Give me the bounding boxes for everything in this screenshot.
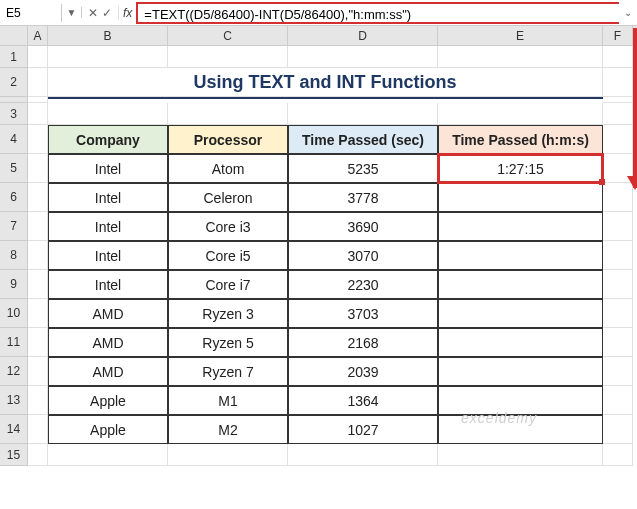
- name-box[interactable]: E5: [0, 4, 62, 22]
- cell-time-sec[interactable]: 3690: [288, 212, 438, 241]
- select-all-corner[interactable]: [0, 26, 28, 45]
- formula-input[interactable]: =TEXT((D5/86400)-INT(D5/86400),"h:mm:ss"…: [136, 2, 619, 24]
- cell-processor[interactable]: Core i3: [168, 212, 288, 241]
- cell[interactable]: [48, 103, 168, 125]
- cell[interactable]: [28, 270, 48, 299]
- cell[interactable]: [603, 415, 633, 444]
- cell-time-sec[interactable]: 5235: [288, 154, 438, 183]
- cell[interactable]: [603, 46, 633, 68]
- cell[interactable]: [28, 415, 48, 444]
- cell[interactable]: [288, 103, 438, 125]
- cell[interactable]: [168, 46, 288, 68]
- cell-company[interactable]: Intel: [48, 270, 168, 299]
- row-header[interactable]: 13: [0, 386, 28, 415]
- cell-time-hms[interactable]: [438, 386, 603, 415]
- cell[interactable]: [28, 125, 48, 154]
- cell-time-hms[interactable]: [438, 328, 603, 357]
- row-header[interactable]: 5: [0, 154, 28, 183]
- header-time-hms[interactable]: Time Passed (h:m:s): [438, 125, 603, 154]
- cell-time-sec[interactable]: 3070: [288, 241, 438, 270]
- cell-processor[interactable]: M1: [168, 386, 288, 415]
- header-processor[interactable]: Processor: [168, 125, 288, 154]
- row-header[interactable]: 3: [0, 103, 28, 125]
- row-header[interactable]: 9: [0, 270, 28, 299]
- cell[interactable]: [603, 125, 633, 154]
- cell-time-sec[interactable]: 1027: [288, 415, 438, 444]
- cell[interactable]: [28, 154, 48, 183]
- cell-processor[interactable]: Core i7: [168, 270, 288, 299]
- cell[interactable]: [28, 212, 48, 241]
- cell[interactable]: [603, 68, 633, 97]
- cell-time-sec[interactable]: 3778: [288, 183, 438, 212]
- cell-company[interactable]: Intel: [48, 183, 168, 212]
- row-header[interactable]: 7: [0, 212, 28, 241]
- cell[interactable]: [603, 212, 633, 241]
- cell-time-hms[interactable]: [438, 183, 603, 212]
- cell-processor[interactable]: Core i5: [168, 241, 288, 270]
- row-header[interactable]: 12: [0, 357, 28, 386]
- cell-processor[interactable]: Ryzen 7: [168, 357, 288, 386]
- cell-company[interactable]: AMD: [48, 357, 168, 386]
- header-company[interactable]: Company: [48, 125, 168, 154]
- cell[interactable]: [603, 357, 633, 386]
- cell-processor[interactable]: Celeron: [168, 183, 288, 212]
- cancel-icon[interactable]: ✕: [88, 6, 98, 20]
- cell[interactable]: [438, 46, 603, 68]
- cell-time-hms[interactable]: [438, 357, 603, 386]
- enter-icon[interactable]: ✓: [102, 6, 112, 20]
- cell-time-hms[interactable]: [438, 415, 603, 444]
- cell[interactable]: [28, 103, 48, 125]
- cell[interactable]: [603, 103, 633, 125]
- cell-time-sec[interactable]: 2168: [288, 328, 438, 357]
- row-header[interactable]: 6: [0, 183, 28, 212]
- cell-processor[interactable]: Ryzen 5: [168, 328, 288, 357]
- cell-processor[interactable]: Ryzen 3: [168, 299, 288, 328]
- cell-company[interactable]: Intel: [48, 241, 168, 270]
- title-cell[interactable]: Using TEXT and INT Functions: [48, 68, 603, 97]
- cell-processor[interactable]: Atom: [168, 154, 288, 183]
- cell-time-hms[interactable]: [438, 212, 603, 241]
- cell-company[interactable]: Intel: [48, 154, 168, 183]
- cell-time-sec[interactable]: 1364: [288, 386, 438, 415]
- cell-time-sec[interactable]: 2039: [288, 357, 438, 386]
- header-time-sec[interactable]: Time Passed (sec): [288, 125, 438, 154]
- cell-company[interactable]: AMD: [48, 299, 168, 328]
- fx-icon[interactable]: fx: [119, 6, 136, 20]
- cell[interactable]: [603, 328, 633, 357]
- cell[interactable]: [603, 386, 633, 415]
- row-header[interactable]: 10: [0, 299, 28, 328]
- cell-time-hms-selected[interactable]: 1:27:15: [438, 154, 603, 183]
- col-header-d[interactable]: D: [288, 26, 438, 45]
- cell-time-hms[interactable]: [438, 299, 603, 328]
- cell-time-hms[interactable]: [438, 241, 603, 270]
- name-box-dropdown-icon[interactable]: ▼: [62, 7, 82, 18]
- cell[interactable]: [603, 299, 633, 328]
- cell[interactable]: [288, 46, 438, 68]
- cell-company[interactable]: AMD: [48, 328, 168, 357]
- col-header-f[interactable]: F: [603, 26, 633, 45]
- cell[interactable]: [288, 444, 438, 466]
- cell[interactable]: [603, 241, 633, 270]
- col-header-b[interactable]: B: [48, 26, 168, 45]
- fill-handle[interactable]: [599, 179, 605, 185]
- cell-company[interactable]: Intel: [48, 212, 168, 241]
- cell[interactable]: [168, 444, 288, 466]
- cell[interactable]: [28, 444, 48, 466]
- row-header[interactable]: 2: [0, 68, 28, 97]
- cell[interactable]: [48, 444, 168, 466]
- row-header[interactable]: 14: [0, 415, 28, 444]
- cell[interactable]: [28, 68, 48, 97]
- cell[interactable]: [28, 183, 48, 212]
- expand-formula-icon[interactable]: ⌄: [619, 7, 637, 18]
- cell[interactable]: [28, 386, 48, 415]
- cell[interactable]: [438, 103, 603, 125]
- cell[interactable]: [28, 328, 48, 357]
- cell[interactable]: [438, 444, 603, 466]
- cell[interactable]: [603, 270, 633, 299]
- cell[interactable]: [28, 46, 48, 68]
- row-header[interactable]: 8: [0, 241, 28, 270]
- row-header[interactable]: 1: [0, 46, 28, 68]
- col-header-e[interactable]: E: [438, 26, 603, 45]
- cell[interactable]: [168, 103, 288, 125]
- row-header[interactable]: 11: [0, 328, 28, 357]
